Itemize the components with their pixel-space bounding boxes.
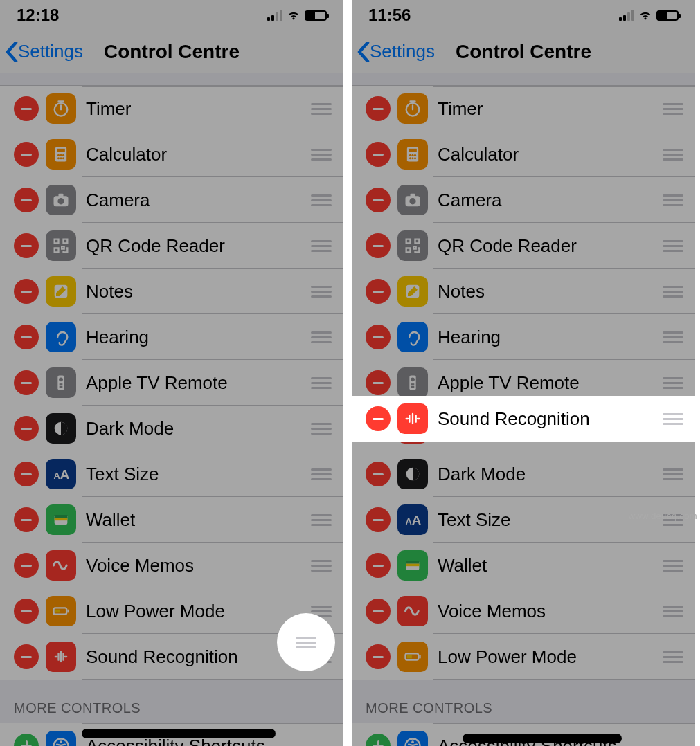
reorder-handle-icon[interactable] <box>661 606 685 617</box>
reorder-handle-icon[interactable] <box>309 194 334 206</box>
row-label: Notes <box>438 281 661 302</box>
remove-button[interactable] <box>366 142 391 167</box>
reorder-handle-icon[interactable] <box>661 240 685 252</box>
back-button[interactable]: Settings <box>0 41 83 62</box>
remove-button[interactable] <box>14 644 39 669</box>
row-label: Calculator <box>438 144 661 165</box>
reorder-handle-icon[interactable] <box>661 286 685 298</box>
remove-button[interactable] <box>14 507 39 532</box>
reorder-handle-icon[interactable] <box>661 413 685 425</box>
reorder-handle-icon[interactable] <box>661 651 685 663</box>
svg-text:A: A <box>406 516 412 527</box>
svg-point-36 <box>414 157 416 159</box>
remove-button[interactable] <box>366 370 391 395</box>
remove-button[interactable] <box>14 462 39 486</box>
remove-button[interactable] <box>14 279 39 304</box>
list-row: Hearing <box>352 314 695 360</box>
svg-point-33 <box>414 154 416 156</box>
svg-point-38 <box>409 198 415 204</box>
reorder-handle-icon[interactable] <box>309 423 334 435</box>
remove-button[interactable] <box>14 142 39 167</box>
list-row: Camera <box>352 177 695 223</box>
section-header-more: MORE CONTROLS <box>352 680 695 723</box>
reorder-handle-icon[interactable] <box>309 468 334 480</box>
list-row: QR Code Reader <box>0 223 343 269</box>
darkmode-icon <box>397 459 428 489</box>
row-label: Voice Memos <box>438 601 661 622</box>
svg-point-55 <box>411 740 414 743</box>
row-label: QR Code Reader <box>438 235 661 257</box>
accessibility-icon <box>46 731 76 746</box>
remove-button[interactable] <box>366 325 391 349</box>
list-row: Wallet <box>352 543 695 588</box>
svg-text:A: A <box>54 471 60 481</box>
included-controls-list: TimerCalculatorCameraQR Code ReaderNotes… <box>0 86 343 680</box>
wallet-icon <box>397 550 428 581</box>
nav-bar: Settings Control Centre <box>352 30 695 73</box>
remove-button[interactable] <box>366 507 391 532</box>
svg-rect-22 <box>55 518 68 521</box>
reorder-handle-icon[interactable] <box>661 149 685 161</box>
included-controls-list: TimerCalculatorCameraQR Code ReaderNotes… <box>352 86 695 680</box>
reorder-handle-icon[interactable] <box>309 240 334 252</box>
textsize-icon: AA <box>397 504 428 535</box>
row-label: Sound Recognition <box>438 408 661 430</box>
add-button[interactable] <box>366 734 391 746</box>
remove-button[interactable] <box>366 644 391 669</box>
svg-point-14 <box>59 377 63 381</box>
remove-button[interactable] <box>366 599 391 624</box>
reorder-handle-icon[interactable] <box>309 286 334 298</box>
remove-button[interactable] <box>366 188 391 212</box>
remove-button[interactable] <box>14 553 39 578</box>
row-label: Low Power Mode <box>438 646 661 668</box>
reorder-handle-icon[interactable] <box>309 331 334 343</box>
list-row: Hearing <box>0 314 343 360</box>
reorder-handle-icon[interactable] <box>661 194 685 206</box>
remove-button[interactable] <box>366 279 391 304</box>
row-label: Wallet <box>438 555 661 576</box>
status-bar: 12:18 <box>0 0 343 30</box>
add-button[interactable] <box>14 734 39 746</box>
reorder-handle-icon[interactable] <box>309 149 334 161</box>
svg-rect-53 <box>407 655 412 659</box>
remove-button[interactable] <box>14 416 39 441</box>
chevron-left-icon <box>6 42 18 62</box>
remove-button[interactable] <box>14 96 39 121</box>
remote-icon <box>397 367 428 398</box>
reorder-handle-icon[interactable] <box>309 514 334 526</box>
reorder-handle-icon[interactable] <box>309 103 334 115</box>
row-label: Wallet <box>86 509 309 531</box>
reorder-handle-icon[interactable] <box>661 103 685 115</box>
svg-rect-44 <box>411 386 415 388</box>
reorder-handle-icon[interactable] <box>661 331 685 343</box>
remove-button[interactable] <box>366 406 391 431</box>
back-button[interactable]: Settings <box>352 41 435 62</box>
remove-button[interactable] <box>366 553 391 578</box>
reorder-handle-icon[interactable] <box>661 468 685 480</box>
status-bar: 11:56 <box>352 0 695 30</box>
reorder-handle-icon[interactable] <box>294 637 318 648</box>
remove-button[interactable] <box>366 96 391 121</box>
chevron-left-icon <box>357 42 370 62</box>
hearing-icon <box>46 322 76 352</box>
remove-button[interactable] <box>14 370 39 395</box>
list-row: Notes <box>352 269 695 314</box>
svg-point-7 <box>60 157 62 159</box>
remove-button[interactable] <box>14 599 39 624</box>
svg-rect-25 <box>55 610 60 613</box>
reorder-handle-icon[interactable] <box>661 560 685 572</box>
remove-button[interactable] <box>14 325 39 349</box>
list-row: Voice Memos <box>0 543 343 588</box>
remove-button[interactable] <box>366 233 391 258</box>
svg-point-4 <box>60 154 62 156</box>
reorder-handle-icon[interactable] <box>309 377 334 389</box>
reorder-handle-icon[interactable] <box>309 560 334 572</box>
remove-button[interactable] <box>14 188 39 212</box>
remove-button[interactable] <box>14 233 39 258</box>
highlight-row-sound-recognition: Sound Recognition <box>352 396 695 442</box>
remove-button[interactable] <box>366 462 391 486</box>
row-label: Dark Mode <box>438 464 661 485</box>
reorder-handle-icon[interactable] <box>661 377 685 389</box>
svg-rect-50 <box>406 564 420 567</box>
list-row: Dark Mode <box>352 451 695 497</box>
